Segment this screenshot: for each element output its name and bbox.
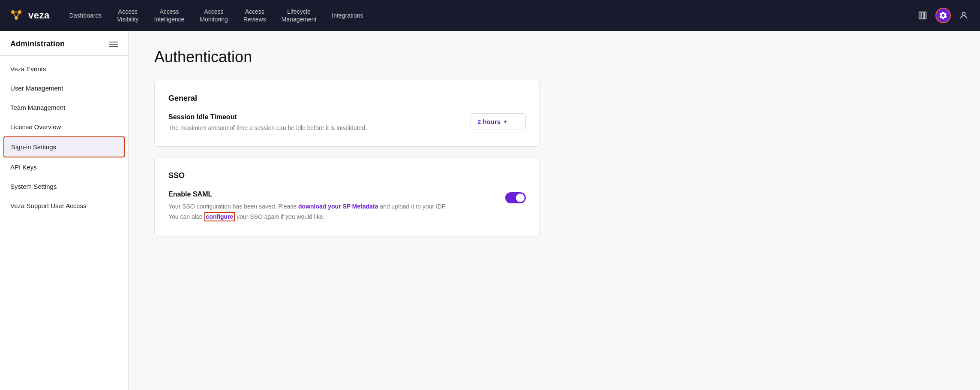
veza-logo-icon [9,8,24,23]
sidebar-item-user-management[interactable]: User Management [0,79,128,98]
sidebar-menu-icon[interactable] [109,42,118,47]
nav-item-dashboards[interactable]: Dashboards [63,8,109,23]
enable-saml-label: Enable SAML [168,190,451,198]
configure-link[interactable]: configure [204,212,235,221]
sidebar-title: Administration [10,39,65,48]
nav-item-lifecycle-management[interactable]: Lifecycle Management [275,4,324,27]
session-idle-timeout-label: Session Idle Timeout [168,113,426,121]
download-sp-metadata-link[interactable]: download your SP Metadata [298,203,378,210]
session-idle-timeout-row: Session Idle Timeout The maximum amount … [168,113,526,133]
session-idle-timeout-dropdown[interactable]: 2 hours ▾ [470,113,526,130]
sidebar-item-veza-events[interactable]: Veza Events [0,59,128,79]
svg-line-4 [13,12,16,18]
main-content: Authentication General Session Idle Time… [129,31,980,390]
top-navigation: veza Dashboards Access Visibility Access… [0,0,980,31]
nav-item-access-intelligence[interactable]: Access Intelligence [147,4,192,27]
library-icon-button[interactable] [915,8,930,23]
svg-line-5 [16,12,20,18]
user-icon-button[interactable] [956,8,971,23]
enable-saml-row: Enable SAML Your SSO configuration has b… [168,190,526,222]
toggle-thumb [516,193,524,202]
sso-description-before: Your SSO configuration has been saved. P… [168,203,298,210]
page-title: Authentication [154,48,954,66]
nav-links: Dashboards Access Visibility Access Inte… [63,4,915,27]
enable-saml-toggle[interactable] [505,192,526,203]
sidebar-item-api-keys[interactable]: API Keys [0,157,128,177]
sidebar-item-team-management[interactable]: Team Management [0,98,128,117]
sidebar-item-sign-in-settings[interactable]: Sign-in Settings [3,136,125,157]
sidebar-item-license-overview[interactable]: License Overview [0,117,128,136]
sidebar: Administration Veza Events User Manageme… [0,31,129,390]
chevron-down-icon: ▾ [504,119,506,125]
sso-card: SSO Enable SAML Your SSO configuration h… [154,157,540,236]
nav-item-integrations[interactable]: Integrations [325,8,370,23]
logo-text: veza [28,10,50,21]
sso-description: Your SSO configuration has been saved. P… [168,202,451,222]
svg-point-9 [962,12,965,15]
enable-saml-info: Enable SAML Your SSO configuration has b… [168,190,451,222]
general-card: General Session Idle Timeout The maximum… [154,80,540,147]
main-layout: Administration Veza Events User Manageme… [0,31,980,390]
nav-right [915,8,971,23]
sidebar-item-system-settings[interactable]: System Settings [0,177,128,196]
nav-item-access-visibility[interactable]: Access Visibility [110,4,145,27]
sso-description-after: your SSO again if you would like. [235,213,324,220]
session-idle-timeout-description: The maximum amount of time a session can… [168,124,426,133]
general-section-title: General [168,94,526,103]
svg-rect-8 [925,12,926,19]
nav-item-access-monitoring[interactable]: Access Monitoring [193,4,234,27]
nav-item-access-reviews[interactable]: Access Reviews [237,4,273,27]
sidebar-item-veza-support-user-access[interactable]: Veza Support User Access [0,196,128,215]
svg-rect-7 [922,12,924,19]
svg-rect-6 [919,12,921,19]
settings-icon-button[interactable] [935,8,951,23]
session-idle-timeout-value: 2 hours [477,118,500,125]
logo-area[interactable]: veza [9,8,50,23]
sidebar-header: Administration [0,39,128,56]
sso-section-title: SSO [168,171,526,180]
session-idle-timeout-info: Session Idle Timeout The maximum amount … [168,113,426,133]
